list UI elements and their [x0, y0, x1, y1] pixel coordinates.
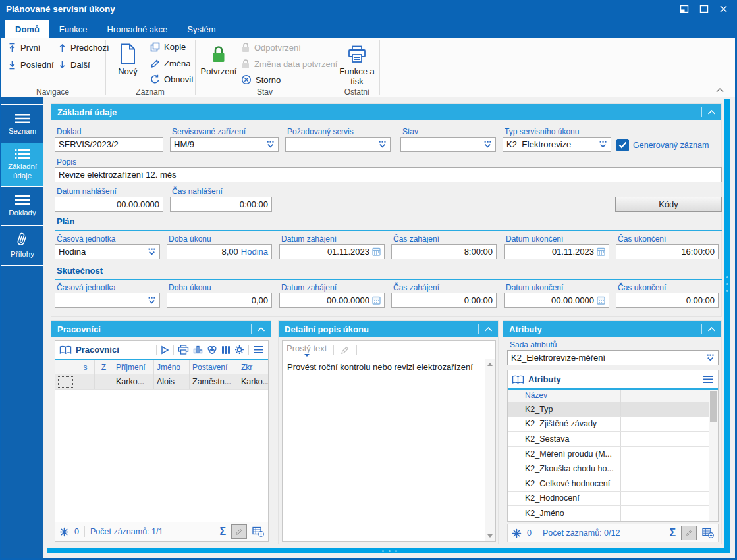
dropdown-icon[interactable] [596, 140, 607, 149]
plan-doba-input[interactable]: 8,00Hodina [167, 244, 272, 259]
kody-button[interactable]: Kódy [615, 197, 722, 212]
row-selector-cell[interactable] [55, 374, 76, 389]
sidebar-item-seznam[interactable]: Seznam [1, 104, 43, 145]
collapse-panel-icon[interactable] [484, 326, 493, 332]
scroll-down-icon[interactable] [487, 534, 493, 538]
unconfirm-button[interactable]: Odpotvrzení [241, 42, 301, 53]
plan-datum-ukonceni-input[interactable]: 01.11.2023 [504, 244, 609, 259]
skut-casova-combo[interactable] [55, 293, 160, 308]
cas-nahlaseni-input[interactable]: 0:00:00 [170, 197, 272, 212]
datum-nahlaseni-input[interactable]: 00.00.0000 [55, 197, 163, 212]
calendar-icon[interactable] [372, 247, 381, 256]
collapse-panel-icon[interactable] [707, 109, 716, 115]
attribute-row[interactable]: K2_Sestava [508, 432, 709, 447]
vertical-splitter[interactable] [724, 99, 730, 548]
col-selector[interactable] [55, 360, 76, 374]
skut-doba-input[interactable]: 0,00 [167, 293, 272, 308]
dropdown-icon[interactable] [703, 353, 715, 362]
col-value[interactable] [621, 390, 709, 402]
doklad-input[interactable]: SERVIS/2023/2 [55, 137, 163, 152]
restore-window-icon[interactable] [679, 5, 689, 13]
flag-asterisk-icon[interactable] [512, 528, 522, 538]
sidebar-item-doklady[interactable]: Doklady [1, 187, 43, 226]
popis-input[interactable]: Revize elektrozařízení 12. měs [55, 167, 722, 182]
copy-button[interactable]: Kopie [150, 42, 186, 52]
attribute-row[interactable]: K2_Zkouška chodu ho... [508, 461, 709, 476]
sidebar-item-prilohy[interactable]: Přílohy [1, 226, 43, 266]
attribute-row[interactable]: K2_Zjištěné závady [508, 417, 709, 432]
last-button[interactable]: Poslední [8, 60, 54, 70]
pozadovany-combo[interactable] [285, 137, 391, 152]
dropdown-icon[interactable] [145, 247, 156, 256]
columns-icon[interactable] [221, 345, 231, 355]
functions-print-button[interactable]: Funkce a tisk [337, 41, 377, 87]
skut-cas-zahajeni-input[interactable]: 0:00:00 [391, 293, 497, 308]
col-nazev[interactable]: Název [522, 390, 621, 402]
dropdown-icon[interactable] [481, 140, 492, 149]
grid-menu-icon[interactable] [703, 375, 714, 384]
scroll-up-icon[interactable] [487, 363, 493, 366]
col-prijmeni[interactable]: Příjmení [113, 360, 154, 374]
run-icon[interactable] [161, 345, 169, 355]
new-button[interactable]: Nový [112, 41, 144, 77]
typ-combo[interactable]: K2_Elektrorevize [503, 137, 611, 152]
attribute-row[interactable]: K2_Měření proudu (M... [508, 447, 709, 462]
tab-system[interactable]: Systém [177, 20, 225, 38]
collapse-panel-icon[interactable] [257, 326, 265, 332]
collapse-ribbon-icon[interactable] [715, 88, 724, 93]
skut-cas-ukonceni-input[interactable]: 0:00:00 [616, 293, 719, 308]
dropdown-icon[interactable] [263, 140, 275, 149]
edit-button[interactable]: Změna [150, 59, 190, 68]
text-mode-dropdown[interactable]: Prostý text [287, 344, 327, 357]
sum-icon[interactable]: Σ [669, 527, 676, 539]
cancel-button[interactable]: Storno [241, 74, 281, 85]
attribute-row[interactable]: K2_Celkové hodnocení [508, 476, 709, 492]
previous-button[interactable]: Předchozí [58, 43, 109, 53]
tab-domu[interactable]: Domů [5, 20, 49, 38]
zarizeni-combo[interactable]: HM/9 [170, 137, 279, 152]
next-button[interactable]: Další [58, 60, 90, 70]
detail-scrollbar[interactable] [485, 359, 495, 541]
skut-datum-zahajeni-input[interactable]: 00.00.0000 [279, 293, 385, 308]
plan-casova-combo[interactable]: Hodina [55, 244, 160, 259]
confirm-button[interactable]: Potvrzení [200, 41, 237, 77]
refresh-button[interactable]: Obnovit [150, 74, 194, 84]
chart-icon[interactable] [193, 345, 203, 355]
plan-cas-ukonceni-input[interactable]: 16:00:00 [616, 244, 719, 259]
dropdown-icon[interactable] [145, 296, 156, 305]
print-icon[interactable] [178, 345, 189, 355]
flag-asterisk-icon[interactable] [59, 527, 69, 537]
generated-record-checkbox[interactable] [616, 139, 629, 151]
stav-combo[interactable] [400, 137, 496, 152]
sum-icon[interactable]: Σ [219, 526, 226, 538]
analysis-icon[interactable] [207, 345, 217, 355]
skut-datum-ukonceni-input[interactable]: 00.00.0000 [504, 293, 609, 308]
collapse-panel-icon[interactable] [707, 326, 716, 332]
sada-atributu-combo[interactable]: K2_Elektrorevize-měření [507, 350, 719, 365]
edit-disabled-button[interactable] [681, 526, 697, 540]
grid-menu-icon[interactable] [253, 345, 264, 354]
first-button[interactable]: První [8, 43, 40, 53]
calendar-icon[interactable] [597, 296, 605, 305]
attribute-row[interactable]: K2_Typ [508, 402, 709, 417]
dropdown-icon[interactable] [375, 140, 387, 149]
change-confirm-date-button[interactable]: Změna data potvrzení [241, 59, 337, 69]
add-record-icon[interactable] [702, 528, 714, 538]
calendar-icon[interactable] [372, 296, 381, 305]
worker-row[interactable]: Karko... Alois Zaměstn... Karko... [55, 374, 268, 390]
attribute-row[interactable]: K2_Jméno [508, 506, 709, 521]
tab-funkce[interactable]: Funkce [49, 20, 97, 38]
col-s[interactable]: s [76, 360, 95, 374]
tab-hromadne-akce[interactable]: Hromadné akce [97, 20, 177, 38]
settings-gear-icon[interactable] [234, 345, 244, 355]
calendar-icon[interactable] [597, 247, 605, 256]
maximize-window-icon[interactable] [699, 5, 709, 13]
col-z[interactable]: Z [95, 360, 113, 374]
edit-disabled-button[interactable] [231, 524, 247, 539]
col-postaveni[interactable]: Postavení [190, 360, 238, 374]
edit-pencil-icon[interactable] [341, 345, 350, 355]
attributes-scrollbar[interactable] [709, 390, 718, 521]
attribute-row[interactable]: K2_Hodnocení [508, 492, 709, 507]
add-record-icon[interactable] [252, 526, 264, 537]
horizontal-splitter[interactable] [47, 548, 730, 553]
